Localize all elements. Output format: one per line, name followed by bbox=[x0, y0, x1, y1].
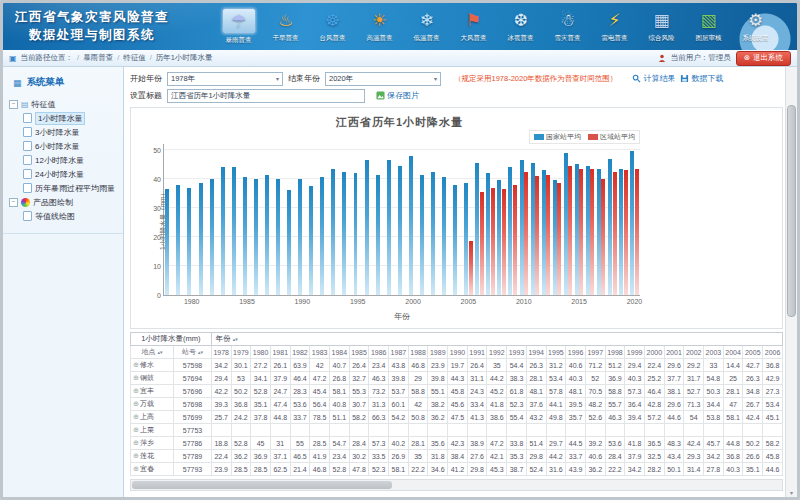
station-name-cell[interactable]: ⊕宜丰 bbox=[131, 385, 174, 398]
expand-row-icon[interactable]: ⊕ bbox=[133, 452, 139, 459]
sidebar-item-特征值-4[interactable]: 12小时降水量 bbox=[3, 153, 123, 167]
station-name-cell[interactable]: ⊕万载 bbox=[131, 398, 174, 411]
expand-row-icon[interactable]: ⊕ bbox=[133, 413, 139, 420]
location-column-header[interactable]: 地点▴▾ bbox=[131, 346, 174, 359]
table-year-group-header[interactable]: 年份▴▾ bbox=[211, 333, 782, 346]
station-name-cell[interactable]: ⊕上高 bbox=[131, 411, 174, 424]
station-name-cell[interactable]: ⊕上栗 bbox=[131, 424, 174, 437]
toolbar-item-8[interactable]: ☃雪灾普查 bbox=[544, 4, 591, 45]
expand-row-icon[interactable]: ⊕ bbox=[133, 426, 139, 433]
exit-system-button[interactable]: ⊗ 退出系统 bbox=[736, 51, 791, 66]
value-cell bbox=[467, 424, 487, 437]
sidebar-item-特征值-1[interactable]: 1小时降水量 bbox=[3, 111, 123, 125]
value-cell: 51.4 bbox=[526, 437, 546, 450]
start-year-select[interactable]: 1978年▾ bbox=[167, 72, 283, 86]
expand-row-icon[interactable]: ⊕ bbox=[133, 361, 139, 368]
value-cell: 53.6 bbox=[605, 437, 625, 450]
value-cell bbox=[329, 424, 349, 437]
expand-row-icon[interactable]: ⊕ bbox=[133, 387, 139, 394]
sort-arrows-icon[interactable]: ▴▾ bbox=[233, 336, 238, 342]
toolbar-item-2[interactable]: ♨干旱普查 bbox=[262, 4, 309, 45]
value-cell: 53.8 bbox=[704, 411, 724, 424]
value-cell: 60.1 bbox=[389, 398, 409, 411]
station-id-cell: 57598 bbox=[174, 359, 212, 372]
value-cell: 28.5 bbox=[310, 437, 330, 450]
toolbar-item-5[interactable]: ❄低温普查 bbox=[403, 4, 450, 45]
sort-arrows-icon[interactable]: ▴▾ bbox=[198, 349, 203, 355]
sidebar-item-特征值-3[interactable]: 6小时降水量 bbox=[3, 139, 123, 153]
sidebar-item-产品图绘制-1[interactable]: 等值线绘图 bbox=[3, 209, 123, 223]
year-column-header: 2006 bbox=[763, 346, 783, 359]
value-cell: 33.7 bbox=[290, 411, 310, 424]
table-row: ⊕修水5759834.230.127.226.163.94240.726.423… bbox=[131, 359, 783, 372]
end-year-select[interactable]: 2020年▾ bbox=[325, 72, 441, 86]
toolbar-item-1[interactable]: ☂暴雨普查 bbox=[215, 4, 262, 45]
vertical-scrollbar[interactable]: ▾ bbox=[785, 67, 797, 497]
value-cell: 70.5 bbox=[585, 385, 605, 398]
precip-plot: 1小时降水量（mm） 年份 01020304050198019851990199… bbox=[163, 144, 640, 296]
breadcrumb-item[interactable]: 历年1小时降水量 bbox=[156, 53, 213, 63]
sidebar-item-特征值-2[interactable]: 3小时降水量 bbox=[3, 125, 123, 139]
toolbar-item-7[interactable]: ❆冰雹普查 bbox=[497, 4, 544, 45]
value-cell: 33.5 bbox=[369, 450, 389, 463]
table-row: ⊕万载5769839.336.835.147.453.656.440.830.7… bbox=[131, 398, 783, 411]
toolbar-item-6[interactable]: ⚑大风普查 bbox=[450, 4, 497, 45]
expand-row-icon[interactable]: ⊕ bbox=[133, 400, 139, 407]
value-cell: 39.4 bbox=[625, 411, 645, 424]
breadcrumb-item[interactable]: 暴雨普查 bbox=[83, 53, 113, 63]
value-cell: 46.4 bbox=[290, 372, 310, 385]
value-cell: 44.8 bbox=[723, 437, 743, 450]
expand-row-icon[interactable]: ⊕ bbox=[133, 465, 139, 472]
sidebar-item-特征值-5[interactable]: 24小时降水量 bbox=[3, 167, 123, 181]
toolbar-item-12[interactable]: ⚙系统设置 bbox=[732, 4, 779, 45]
sidebar-group-2[interactable]: −产品图绘制 bbox=[3, 195, 123, 209]
tree-expander-icon[interactable]: − bbox=[9, 198, 18, 207]
table-horizontal-scrollbar[interactable] bbox=[130, 479, 783, 491]
value-cell: 29.6 bbox=[664, 398, 684, 411]
value-cell: 35.1 bbox=[743, 463, 763, 476]
value-cell: 38.7 bbox=[507, 463, 527, 476]
tree-expander-icon[interactable]: − bbox=[9, 100, 18, 109]
toolbar-item-10[interactable]: ▦综合风险 bbox=[638, 4, 685, 45]
value-cell: 38.1 bbox=[664, 385, 684, 398]
sidebar-tree: −▤特征值1小时降水量3小时降水量6小时降水量12小时降水量24小时降水量历年暴… bbox=[3, 97, 123, 223]
hscroll-thumb[interactable] bbox=[132, 481, 392, 489]
year-column-header: 1985 bbox=[349, 346, 369, 359]
chart-title-setting-label: 设置标题 bbox=[130, 90, 162, 101]
value-cell: 22.2 bbox=[605, 463, 625, 476]
station-name-cell[interactable]: ⊕宜春 bbox=[131, 463, 174, 476]
value-cell: 58.8 bbox=[605, 385, 625, 398]
station-name-cell[interactable]: ⊕修水 bbox=[131, 359, 174, 372]
expand-row-icon[interactable]: ⊕ bbox=[133, 439, 139, 446]
chart-gridline bbox=[164, 149, 640, 150]
year-column-header: 2004 bbox=[723, 346, 743, 359]
breadcrumb-item[interactable]: 特征值 bbox=[123, 53, 146, 63]
sidebar-item-label: 12小时降水量 bbox=[35, 155, 84, 166]
value-cell: 34.6 bbox=[428, 463, 448, 476]
expand-row-icon[interactable]: ⊕ bbox=[133, 374, 139, 381]
station-name-cell[interactable]: ⊕铜鼓 bbox=[131, 372, 174, 385]
toolbar-item-4[interactable]: ☀高温普查 bbox=[356, 4, 403, 45]
save-image-button[interactable]: 保存图片 bbox=[376, 90, 419, 101]
value-cell bbox=[389, 424, 409, 437]
scroll-down-arrow-icon[interactable]: ▾ bbox=[786, 489, 797, 496]
value-cell: 31.7 bbox=[684, 372, 704, 385]
calculate-button[interactable]: 计算结果 bbox=[632, 73, 675, 84]
value-cell bbox=[625, 424, 645, 437]
download-button[interactable]: 数据下载 bbox=[680, 73, 723, 84]
station-name-cell[interactable]: ⊕萍乡 bbox=[131, 437, 174, 450]
station-name-cell[interactable]: ⊕莲花 bbox=[131, 450, 174, 463]
vscroll-thumb[interactable] bbox=[787, 105, 796, 317]
bar-regional bbox=[613, 172, 617, 295]
toolbar-item-3[interactable]: ☸台风普查 bbox=[309, 4, 356, 45]
value-cell: 50.1 bbox=[664, 463, 684, 476]
sidebar-group-1[interactable]: −▤特征值 bbox=[3, 97, 123, 111]
chart-title-input[interactable] bbox=[167, 89, 365, 103]
sort-arrows-icon[interactable]: ▴▾ bbox=[158, 349, 163, 355]
value-cell: 50.8 bbox=[408, 411, 428, 424]
sidebar-item-特征值-6[interactable]: 历年暴雨过程平均雨量 bbox=[3, 181, 123, 195]
value-cell bbox=[487, 424, 507, 437]
toolbar-item-9[interactable]: ⚡雷电普查 bbox=[591, 4, 638, 45]
toolbar-item-11[interactable]: ▧图层审核 bbox=[685, 4, 732, 45]
station-column-header[interactable]: 站号▴▾ bbox=[174, 346, 212, 359]
